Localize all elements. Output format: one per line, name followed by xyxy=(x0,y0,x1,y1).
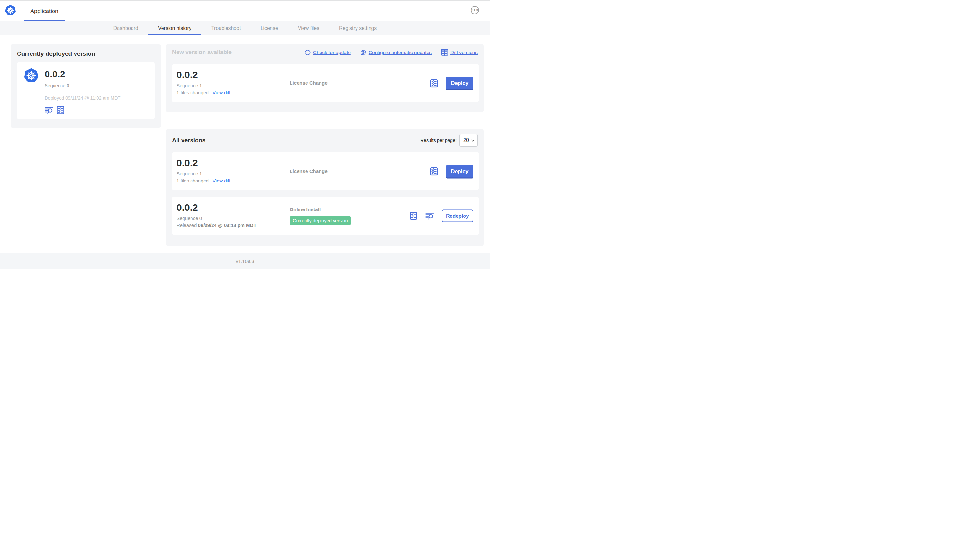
deployed-sequence: Sequence 0 xyxy=(45,83,121,88)
app-tab-label: Application xyxy=(30,8,58,15)
results-per-page-label: Results per page: xyxy=(420,138,457,143)
results-per-page-value: 20 xyxy=(463,138,469,143)
tab-view-files[interactable]: View files xyxy=(288,21,329,35)
deploy-button[interactable]: Deploy xyxy=(446,77,473,89)
currently-deployed-badge: Currently deployed version xyxy=(290,216,351,225)
version-number: 0.0.2 xyxy=(177,158,230,168)
diff-icon xyxy=(441,49,448,56)
preflight-checks-icon[interactable] xyxy=(430,167,438,175)
files-changed-text: 1 files changed xyxy=(177,178,209,183)
version-change-type: License Change xyxy=(290,80,328,86)
diff-versions-link[interactable]: Diff versions xyxy=(441,49,477,56)
window-edge-strip xyxy=(0,0,490,1)
deployed-version-number: 0.0.2 xyxy=(45,70,121,79)
new-version-title: New version available xyxy=(172,49,232,56)
version-row: 0.0.2 Sequence 1 1 files changed View di… xyxy=(172,152,479,190)
released-timestamp: 08/29/24 @ 03:18 pm MDT xyxy=(198,222,256,228)
app-tab[interactable]: Application xyxy=(24,1,65,21)
all-versions-panel: All versions Results per page: 20 0.0.2 … xyxy=(166,129,484,246)
preflight-checks-icon[interactable] xyxy=(57,106,64,114)
version-row: 0.0.2 Sequence 0 Released 08/29/24 @ 03:… xyxy=(172,197,479,235)
view-diff-link[interactable]: View diff xyxy=(213,178,230,183)
all-versions-title: All versions xyxy=(172,137,205,144)
check-for-update-label: Check for update xyxy=(313,50,351,56)
results-per-page-select[interactable]: 20 xyxy=(460,134,477,147)
schedule-update-icon xyxy=(360,49,366,56)
version-number: 0.0.2 xyxy=(177,203,256,213)
tab-dashboard[interactable]: Dashboard xyxy=(103,21,148,35)
more-options-button[interactable]: ●●● xyxy=(471,6,479,14)
view-logs-icon[interactable] xyxy=(425,212,434,220)
files-changed-text: 1 files changed xyxy=(177,90,209,95)
kubernetes-logo-icon xyxy=(5,5,16,17)
deployed-timestamp: Deployed 09/11/24 @ 11:02 am MDT xyxy=(45,95,121,101)
configure-automatic-updates-link[interactable]: Configure automatic updates xyxy=(360,49,432,56)
preflight-checks-icon[interactable] xyxy=(430,79,438,87)
redeploy-button[interactable]: Redeploy xyxy=(442,210,473,222)
tab-troubleshoot[interactable]: Troubleshoot xyxy=(201,21,251,35)
diff-versions-label: Diff versions xyxy=(450,50,477,56)
tab-registry-settings[interactable]: Registry settings xyxy=(329,21,387,35)
ellipsis-icon: ●●● xyxy=(471,8,479,13)
tab-license[interactable]: License xyxy=(251,21,288,35)
tab-version-history[interactable]: Version history xyxy=(148,21,201,35)
view-diff-link[interactable]: View diff xyxy=(213,90,230,95)
version-number: 0.0.2 xyxy=(177,70,230,80)
admin-console-version: v1.109.3 xyxy=(236,259,254,264)
refresh-ccw-icon xyxy=(305,49,311,56)
deployed-version-card: 0.0.2 Sequence 0 Deployed 09/11/24 @ 11:… xyxy=(17,62,154,119)
new-version-card: 0.0.2 Sequence 1 1 files changed View di… xyxy=(172,64,479,102)
configure-automatic-updates-label: Configure automatic updates xyxy=(369,50,432,56)
deploy-button[interactable]: Deploy xyxy=(446,165,473,178)
new-version-panel: New version available Check for update xyxy=(166,44,484,113)
version-change-type: Online Install xyxy=(290,206,351,212)
version-sequence: Sequence 0 xyxy=(177,216,256,221)
currently-deployed-panel: Currently deployed version 0.0.2 Sequenc… xyxy=(11,44,161,128)
version-sequence: Sequence 1 xyxy=(177,171,230,176)
preflight-checks-icon[interactable] xyxy=(409,212,418,220)
version-change-type: License Change xyxy=(290,168,328,174)
kubernetes-app-icon xyxy=(23,68,39,84)
chevron-down-icon xyxy=(471,140,474,142)
footer: v1.109.3 xyxy=(0,253,490,269)
version-sequence: Sequence 1 xyxy=(177,83,230,88)
view-logs-icon[interactable] xyxy=(45,106,53,114)
currently-deployed-title: Currently deployed version xyxy=(17,50,154,57)
released-label: Released xyxy=(177,222,197,228)
check-for-update-link[interactable]: Check for update xyxy=(305,49,351,56)
top-bar: Application ●●● xyxy=(0,0,490,21)
app-nav-tabs: Dashboard Version history Troubleshoot L… xyxy=(0,21,490,35)
